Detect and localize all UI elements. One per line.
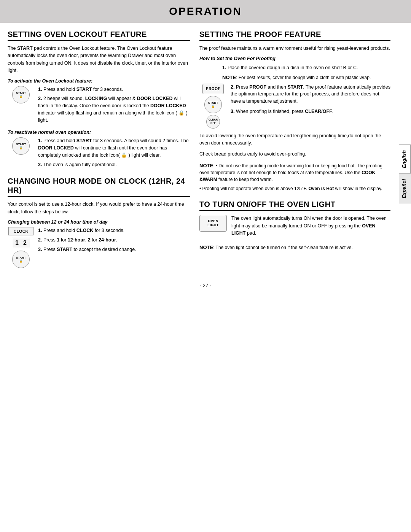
start-button-lockout1[interactable]: START 🔒 — [12, 86, 30, 103]
reactivate-step2: 2. The oven is again fully operational. — [38, 161, 190, 168]
proof-note-bullet: • Proofing will not operate when oven is… — [199, 185, 390, 192]
start-button-clock[interactable]: START 🔒 — [12, 251, 30, 268]
proof-para3: Check bread products early to avoid over… — [199, 151, 390, 158]
proof-step2-text: 2. Press PROOF and then START. The proof… — [231, 84, 390, 129]
clock-intro: Your control is set to use a 12-hour clo… — [8, 201, 190, 216]
oven-light-title: TO TURN ON/OFF THE OVEN LIGHT — [199, 200, 390, 211]
reactivate-steps-container: START 🔒 1. Press and hold START for 3 se… — [8, 137, 190, 170]
page-wrapper: OPERATION English Español SETTING OVEN L… — [0, 0, 411, 532]
lockout-intro: The START pad controls the Oven Lockout … — [8, 45, 190, 75]
oven-light-key[interactable]: OVENLIGHT — [199, 215, 227, 232]
proof-note1: NOTE: For best results, cover the dough … — [222, 74, 390, 81]
right-column: SETTING THE PROOF FEATURE The proof feat… — [199, 23, 390, 271]
proof-step1: 1. Place the covered dough in a dish in … — [222, 64, 390, 71]
clock-title: CHANGING HOUR MODE ON CLOCK (12HR, 24 HR… — [8, 176, 190, 197]
reactivate-step1: 1. Press and hold START for 3 seconds. A… — [38, 137, 190, 159]
clock-step3: 3. Press START to accept the desired cha… — [38, 246, 190, 253]
proof-steps: 1. Place the covered dough in a dish in … — [199, 64, 390, 128]
clock-sub-heading: Changing between 12 or 24 hour time of d… — [8, 219, 190, 225]
proof-section: SETTING THE PROOF FEATURE The proof feat… — [199, 30, 390, 192]
proof-intro: The proof feature maintains a warm envir… — [199, 45, 390, 52]
activate-steps-container: START 🔒 1. Press and hold START for 3 se… — [8, 86, 190, 126]
oven-light-note: NOTE: The oven light cannot be turned on… — [199, 244, 390, 251]
lockout-title: SETTING OVEN LOCKOUT FEATURE — [8, 30, 190, 41]
start-button-lockout2[interactable]: START 🔒 — [12, 137, 30, 155]
header-bar: OPERATION — [0, 0, 411, 23]
proof-step3: 3. When proofing is finished, press CLEA… — [231, 108, 390, 115]
lang-sidebar: English Español — [399, 145, 411, 204]
oven-light-btn-col: OVENLIGHT — [199, 215, 227, 232]
proof-step2-row: PROOF START 🔒 CLEAROFF — [199, 84, 390, 129]
clock-step1: 1. Press and hold CLOCK for 3 seconds. — [38, 227, 190, 234]
content-area: SETTING OVEN LOCKOUT FEATURE The START p… — [0, 23, 398, 271]
proof-step2: 2. Press PROOF and then START. The proof… — [231, 84, 390, 105]
proof-step1-block: 1. Place the covered dough in a dish in … — [222, 64, 390, 81]
proof-key[interactable]: PROOF — [202, 84, 224, 94]
activate-button-col: START 🔒 — [8, 86, 34, 126]
reactivate-heading: To reactivate normal oven operation: — [8, 130, 190, 135]
proof-note-main: NOTE: • Do not use the proofing mode for… — [199, 162, 390, 183]
page-title: OPERATION — [0, 5, 411, 17]
hr1[interactable]: 1 — [15, 240, 19, 246]
clock-button-col: CLOCK 1 2 START 🔒 — [8, 227, 34, 268]
proof-sub-heading: How to Set the Oven For Proofing — [199, 56, 390, 61]
clock-steps-container: CLOCK 1 2 START 🔒 1. Press and hold CLOC… — [8, 227, 190, 268]
oven-light-row: OVENLIGHT The oven light automatically t… — [199, 215, 390, 241]
left-column: SETTING OVEN LOCKOUT FEATURE The START p… — [8, 23, 190, 271]
reactivate-steps-col: 1. Press and hold START for 3 seconds. A… — [38, 137, 190, 170]
start-button-proof[interactable]: START 🔒 — [204, 96, 222, 113]
activate-steps-col: 1. Press and hold START for 3 seconds. 2… — [38, 86, 190, 126]
activate-step2: 2. 2 beeps will sound, LOCKING will appe… — [38, 95, 190, 124]
hr2[interactable]: 2 — [23, 240, 27, 246]
activate-step1: 1. Press and hold START for 3 seconds. — [38, 86, 190, 93]
lockout-section: SETTING OVEN LOCKOUT FEATURE The START p… — [8, 30, 190, 170]
clear-off-button[interactable]: CLEAROFF — [206, 115, 220, 129]
proof-btn-col: PROOF START 🔒 CLEAROFF — [199, 84, 227, 129]
clock-step2: 2. Press 1 for 12-hour, 2 for 24-hour. — [38, 237, 190, 244]
lang-tab-espanol[interactable]: Español — [399, 173, 411, 204]
oven-light-section: TO TURN ON/OFF THE OVEN LIGHT OVENLIGHT … — [199, 200, 390, 251]
activate-heading: To activate the Oven Lockout feature: — [8, 78, 190, 84]
clock-steps-col: 1. Press and hold CLOCK for 3 seconds. 2… — [38, 227, 190, 268]
proof-title: SETTING THE PROOF FEATURE — [199, 30, 390, 41]
lang-tab-english[interactable]: English — [399, 145, 411, 173]
page-number: - 27 - — [0, 283, 411, 296]
proof-para2: To avoid lowering the oven temperature a… — [199, 132, 390, 147]
oven-light-text: The oven light automatically turns ON wh… — [231, 215, 390, 241]
hr-display: 1 2 — [12, 238, 30, 248]
reactivate-button-col: START 🔒 — [8, 137, 34, 170]
clock-key[interactable]: CLOCK — [8, 227, 33, 235]
clock-section: CHANGING HOUR MODE ON CLOCK (12HR, 24 HR… — [8, 176, 190, 268]
